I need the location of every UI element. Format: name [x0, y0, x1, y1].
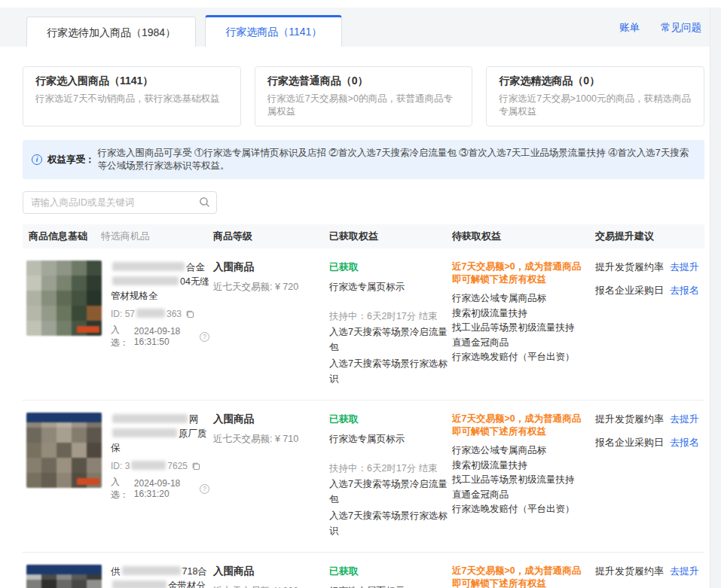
pending-benefit-item: 行家选晚发赔付（平台出资） [452, 502, 585, 517]
support-countdown: 扶持中：6天2时17分 结束 [329, 462, 452, 475]
product-row: 网原厂质保 ID: 37625 入选： 2024-09-18 16:31:20 … [23, 401, 704, 553]
product-id-line: ID: 37625 [111, 461, 209, 471]
product-id-text: ID: 3 [111, 461, 130, 471]
gained-benefit-item: 入选7天搜索等场景冷启流量包 [329, 324, 452, 355]
pending-benefit-list: 行家选公域专属商品标搜索初级流量扶持找工业品等场景初级流量扶持直通金冠商品行家选… [452, 443, 585, 517]
suggestion-action-link[interactable]: 去报名 [670, 437, 699, 448]
suggestion-text: 提升发货履约率 [595, 413, 664, 425]
suggestion-item: 提升发货履约率去提升 [595, 260, 704, 274]
search-icon[interactable] [199, 197, 210, 211]
header-links: 账单 常见问题 [601, 21, 701, 35]
card-shortlisted-products[interactable]: 行家选入围商品（1141） 行家选近7天不动销商品，获行家选基础权益 [23, 66, 241, 126]
suggestion-text: 报名企业采购日 [595, 285, 664, 296]
product-title-text: 网 [189, 414, 199, 425]
product-title-text: 04无 [180, 276, 200, 287]
tab-bar: 行家选待加入商品（1984） 行家选商品（1141） 账单 常见问题 [0, 8, 721, 47]
product-title[interactable]: 供718合金带材分条圆棒 [111, 565, 209, 588]
pending-unlock-headline: 近7天交易额>0，成为普通商品即可解锁下述所有权益 [452, 413, 585, 438]
suggestion-action-link[interactable]: 去提升 [670, 413, 699, 425]
product-selected-date-line: 入选： 2024-09-18 16:31:50 [111, 324, 209, 349]
products-table: 商品信息基础 特选商机品 商品等级 已获取权益 待获取权益 交易提升建议 合金0… [23, 224, 704, 588]
card-desc: 行家选近7天交易>1000元的商品，获精选商品专属权益 [499, 93, 692, 118]
image-brand-band [26, 565, 102, 574]
suggestion-action-link[interactable]: 去提升 [670, 565, 699, 577]
image-brand-band [26, 413, 102, 422]
card-premium-products[interactable]: 行家选精选商品（0） 行家选近7天交易>1000元的商品，获精选商品专属权益 [486, 66, 704, 126]
image-corner-tag [77, 326, 99, 333]
support-benefit-list: 入选7天搜索等场景冷启流量包入选7天搜索等场景行家选标识 [329, 477, 452, 538]
suggestion-action-link[interactable]: 去提升 [670, 261, 699, 273]
product-image[interactable] [26, 565, 102, 588]
gained-badge: 已获取 [329, 565, 452, 578]
suggestion-text: 提升发货履约率 [595, 261, 664, 273]
pending-benefit-item: 搜索初级流量扶持 [452, 459, 585, 474]
tab-pending-products[interactable]: 行家选待加入商品（1984） [26, 17, 196, 47]
link-faq[interactable]: 常见问题 [661, 22, 701, 33]
product-title-text: 原厂 [179, 428, 197, 439]
help-icon[interactable] [200, 484, 209, 494]
info-icon [32, 154, 42, 165]
product-selected-date-line: 入选： 2024-09-18 16:31:20 [111, 476, 209, 501]
card-desc: 行家选近7天交易额>0的商品，获普通商品专属权益 [267, 93, 460, 118]
copy-icon[interactable] [191, 462, 200, 471]
pending-benefit-item: 直通金冠商品 [452, 488, 585, 503]
image-corner-tag [77, 478, 99, 485]
tab-featured-opportunity[interactable]: 特选商机品 [101, 230, 150, 242]
trade-suggestions: 提升发货履约率去提升报名企业采购日去报名 [595, 413, 704, 538]
product-row: 合金04无缝管材规格全 ID: 57363 入选： 2024-09-18 16:… [23, 248, 704, 401]
header-trade-suggestions: 交易提升建议 [595, 230, 704, 243]
redacted-text [131, 461, 166, 470]
gained-benefit-item: 行家选专属页标示 [329, 281, 452, 294]
selected-date-label: 入选： [111, 324, 131, 349]
tier-cards: 行家选入围商品（1141） 行家选近7天不动销商品，获行家选基础权益 行家选普通… [23, 66, 704, 126]
pending-benefit-item: 行家选公域专属商品标 [452, 443, 585, 459]
product-image[interactable] [26, 413, 102, 488]
product-id: ID: 57363 [111, 309, 182, 319]
product-title-text: 718 [182, 566, 198, 577]
suggestion-item: 提升发货履约率去提升 [595, 565, 704, 578]
tab-selected-products[interactable]: 行家选商品（1141） [205, 15, 342, 47]
product-title-text: 合 [197, 566, 207, 577]
suggestion-item: 报名企业采购日去报名 [595, 284, 704, 297]
card-title: 行家选入围商品（1141） [35, 75, 228, 88]
product-id-text: 7625 [167, 461, 188, 471]
notice-text: 行家选入围商品可享受 ①行家选专属详情页标识及店招 ②首次入选7天搜索冷启流量包… [98, 147, 696, 172]
product-grade: 入围商品 [213, 565, 329, 578]
product-grade: 入围商品 [213, 413, 329, 426]
suggestion-text: 报名企业采购日 [595, 437, 664, 448]
search-input[interactable] [23, 191, 217, 214]
gained-benefit-item: 行家选专属页标示 [329, 585, 452, 588]
redacted-text [112, 262, 185, 271]
suggestion-action-link[interactable]: 去报名 [670, 285, 699, 296]
card-desc: 行家选近7天不动销商品，获行家选基础权益 [35, 93, 228, 105]
pending-benefit-item: 找工业品等场景初级流量扶持 [452, 473, 585, 488]
product-info: 供718合金带材分条圆棒 ID: 3024937532 入选： 2024-09-… [111, 565, 209, 588]
gained-badge: 已获取 [329, 260, 452, 274]
suggestion-text: 提升发货履约率 [595, 565, 664, 577]
trade-suggestions: 提升发货履约率去提升报名企业采购日去报名 [595, 565, 704, 588]
notice-bold-label: 权益享受： [47, 154, 95, 166]
copy-icon[interactable] [185, 309, 194, 318]
table-body: 合金04无缝管材规格全 ID: 57363 入选： 2024-09-18 16:… [23, 248, 704, 588]
pending-unlock-headline: 近7天交易额>0，成为普通商品即可解锁下述所有权益 [452, 260, 585, 286]
suggestion-item: 提升发货履约率去提升 [595, 413, 704, 426]
trade-suggestions: 提升发货履约率去提升报名企业采购日去报名 [595, 260, 704, 386]
pending-benefit-list: 行家选公域专属商品标搜索初级流量扶持找工业品等场景初级流量扶持直通金冠商品行家选… [452, 291, 585, 365]
help-icon[interactable] [200, 332, 209, 342]
gained-badge: 已获取 [329, 413, 452, 426]
card-normal-products[interactable]: 行家选普通商品（0） 行家选近7天交易额>0的商品，获普通商品专属权益 [255, 66, 473, 126]
header-gained-benefits: 已获取权益 [329, 230, 452, 243]
product-title[interactable]: 合金04无缝管材规格全 [111, 260, 209, 303]
product-id-text: ID: 57 [111, 309, 135, 319]
product-row: 供718合金带材分条圆棒 ID: 3024937532 入选： 2024-09-… [23, 553, 704, 588]
pending-benefit-item: 行家选晚发赔付（平台出资） [452, 350, 585, 365]
scrollbar-track[interactable] [710, 8, 721, 588]
product-image[interactable] [26, 260, 102, 336]
link-bill[interactable]: 账单 [619, 22, 640, 33]
redacted-text [136, 309, 165, 318]
support-benefit-list: 入选7天搜索等场景冷启流量包入选7天搜索等场景行家选标识 [329, 324, 452, 386]
tab-product-info-basic[interactable]: 商品信息基础 [29, 230, 87, 242]
product-title-text: 金 [168, 580, 178, 588]
product-title[interactable]: 网原厂质保 [111, 413, 209, 455]
suggestion-item: 报名企业采购日去报名 [595, 436, 704, 449]
